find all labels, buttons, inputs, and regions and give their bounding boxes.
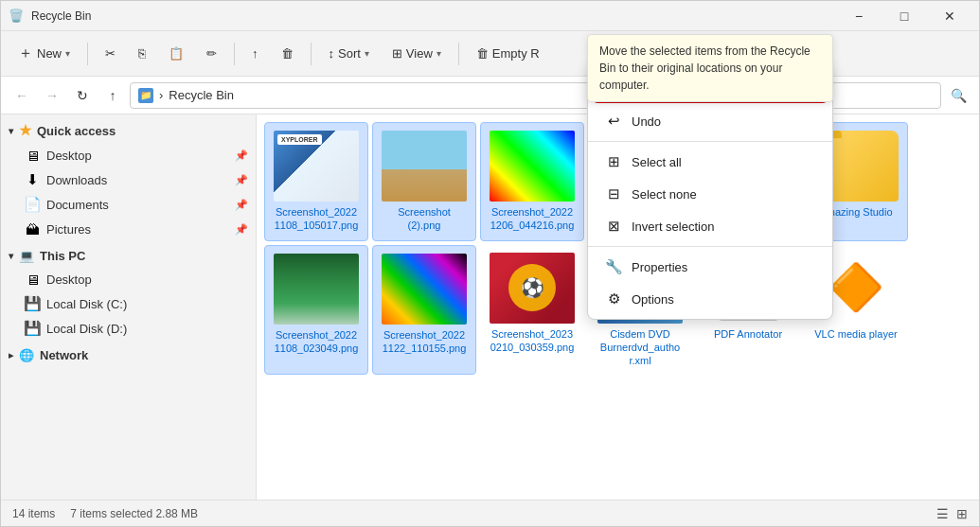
sort-button[interactable]: ↕ Sort ▾ — [319, 37, 379, 71]
ctx-options-icon: ⚙ — [605, 290, 622, 307]
sidebar-item-desktop-qa[interactable]: 🖥 Desktop 📌 — [1, 143, 256, 167]
file-item-0[interactable]: XYPLORER Screenshot_20221108_105017.png — [264, 122, 368, 241]
this-pc-section: ▾ 💻 This PC 🖥 Desktop 💾 Local Disk (C:) … — [1, 245, 256, 341]
file-name-5: Screenshot_20221108_023049.png — [275, 328, 359, 356]
file-item-2[interactable]: Screenshot_20221206_044216.png — [480, 122, 584, 241]
ctx-options[interactable]: ⚙ Options — [592, 283, 829, 315]
quick-access-header[interactable]: ▾ ★ Quick access — [1, 118, 256, 143]
sort-label: Sort — [338, 46, 361, 61]
search-button[interactable]: 🔍 — [945, 82, 971, 109]
tooltip: Move the selected items from the Recycle… — [587, 34, 833, 102]
window-icon: 🗑️ — [9, 9, 24, 24]
file-name-6: Screenshot_20221122_110155.png — [383, 328, 467, 356]
this-pc-label: This PC — [40, 249, 85, 263]
ctx-select-all-label: Select all — [632, 155, 682, 169]
copy-button[interactable]: ⎘ — [129, 37, 155, 71]
pictures-icon: 🏔 — [24, 220, 41, 237]
file-thumbnail-1 — [382, 131, 467, 202]
sort-chevron: ▾ — [365, 48, 369, 59]
this-pc-header[interactable]: ▾ 💻 This PC — [1, 245, 256, 267]
network-label: Network — [40, 348, 88, 362]
ctx-properties[interactable]: 🔧 Properties — [592, 251, 829, 283]
view-icon: ⊞ — [392, 46, 402, 61]
file-name-1: Screenshot(2).png — [398, 205, 451, 233]
forward-button[interactable]: → — [39, 82, 65, 109]
close-button[interactable]: ✕ — [928, 1, 971, 31]
file-item-5[interactable]: Screenshot_20221108_023049.png — [264, 245, 368, 376]
ctx-options-label: Options — [632, 292, 674, 307]
ctx-select-all-icon: ⊞ — [605, 153, 622, 170]
empty-button[interactable]: 🗑 Empty R — [467, 37, 549, 71]
window-title: Recycle Bin — [31, 9, 837, 23]
ctx-invert[interactable]: ⊠ Invert selection — [592, 210, 829, 242]
cut-button[interactable]: ✂ — [96, 37, 125, 71]
file-name-2: Screenshot_20221206_044216.png — [490, 205, 575, 233]
quick-access-section: ▾ ★ Quick access 🖥 Desktop 📌 ⬇ Downloads… — [1, 118, 256, 241]
ctx-properties-icon: 🔧 — [605, 258, 622, 275]
desktop-pc-icon: 🖥 — [24, 271, 41, 288]
file-item-6[interactable]: Screenshot_20221122_110155.png — [372, 245, 476, 376]
sort-icon: ↕ — [329, 46, 335, 61]
breadcrumb-separator: › — [159, 88, 163, 102]
file-name-0: Screenshot_20221108_105017.png — [275, 205, 359, 233]
toolbar-sep-3 — [311, 43, 312, 65]
ctx-select-all[interactable]: ⊞ Select all — [592, 146, 829, 178]
file-thumbnail-2 — [490, 131, 575, 202]
sidebar-item-downloads[interactable]: ⬇ Downloads 📌 — [1, 167, 256, 192]
delete-icon: 🗑 — [281, 46, 294, 61]
toolbar-sep-1 — [87, 43, 88, 65]
list-view-button[interactable]: ☰ — [936, 506, 949, 521]
ctx-invert-label: Invert selection — [632, 220, 714, 234]
current-location: Recycle Bin — [169, 88, 234, 102]
cut-icon: ✂ — [105, 46, 116, 61]
grid-view-button[interactable]: ⊞ — [956, 506, 968, 521]
empty-icon: 🗑 — [476, 46, 489, 61]
network-chevron: ▸ — [9, 350, 13, 360]
maximize-button[interactable]: □ — [882, 1, 926, 31]
file-thumbnail-0: XYPLORER — [274, 131, 359, 202]
new-button[interactable]: ＋ New ▾ — [9, 37, 80, 71]
this-pc-chevron: ▾ — [9, 251, 13, 261]
desktop-icon: 🖥 — [24, 147, 41, 164]
sidebar: ▾ ★ Quick access 🖥 Desktop 📌 ⬇ Downloads… — [1, 114, 257, 500]
view-chevron: ▾ — [437, 48, 441, 59]
network-section: ▸ 🌐 Network — [1, 344, 256, 366]
view-button[interactable]: ⊞ View ▾ — [383, 37, 451, 71]
view-controls: ☰ ⊞ — [936, 506, 968, 521]
minimize-button[interactable]: − — [837, 1, 881, 31]
rename-button[interactable]: ✏ — [197, 37, 226, 71]
documents-icon: 📄 — [24, 196, 41, 213]
sidebar-item-desktop-pc[interactable]: 🖥 Desktop — [1, 267, 256, 291]
ctx-select-none-icon: ⊟ — [605, 185, 622, 202]
delete-button[interactable]: 🗑 — [272, 37, 303, 71]
ctx-select-none[interactable]: ⊟ Select none — [592, 178, 829, 210]
window-controls: − □ ✕ — [837, 1, 971, 31]
sidebar-item-documents[interactable]: 📄 Documents 📌 — [1, 192, 256, 217]
up-button[interactable]: ↑ — [99, 82, 126, 109]
tooltip-text: Move the selected items from the Recycle… — [599, 44, 811, 92]
file-thumbnail-7: ⚽ — [490, 253, 575, 324]
file-item-1[interactable]: Screenshot(2).png — [372, 122, 476, 241]
quick-access-chevron: ▾ — [9, 126, 13, 136]
paste-icon: 📋 — [169, 46, 184, 61]
file-name-vlc: VLC media player — [814, 327, 897, 341]
back-button[interactable]: ← — [9, 82, 35, 109]
pin-icon: 📌 — [235, 149, 248, 162]
ctx-properties-label: Properties — [632, 260, 687, 274]
sidebar-item-local-d[interactable]: 💾 Local Disk (D:) — [1, 316, 256, 341]
ctx-sep-1 — [588, 141, 832, 142]
sidebar-item-pictures[interactable]: 🏔 Pictures 📌 — [1, 217, 256, 241]
network-icon: 🌐 — [19, 348, 34, 362]
sidebar-item-local-c[interactable]: 💾 Local Disk (C:) — [1, 291, 256, 316]
file-item-7[interactable]: ⚽ Screenshot_20230210_030359.png — [480, 245, 584, 376]
ctx-undo-icon: ↩ — [605, 113, 622, 130]
network-header[interactable]: ▸ 🌐 Network — [1, 344, 256, 366]
ctx-sep-2 — [588, 246, 832, 247]
refresh-button[interactable]: ↻ — [69, 82, 96, 109]
quick-access-label: Quick access — [37, 124, 116, 138]
location-icon: 📁 — [138, 88, 153, 103]
ctx-undo[interactable]: ↩ Undo — [592, 105, 829, 137]
file-name-7: Screenshot_20230210_030359.png — [490, 327, 575, 355]
paste-button[interactable]: 📋 — [159, 37, 193, 71]
share-button[interactable]: ↑ — [242, 37, 268, 71]
